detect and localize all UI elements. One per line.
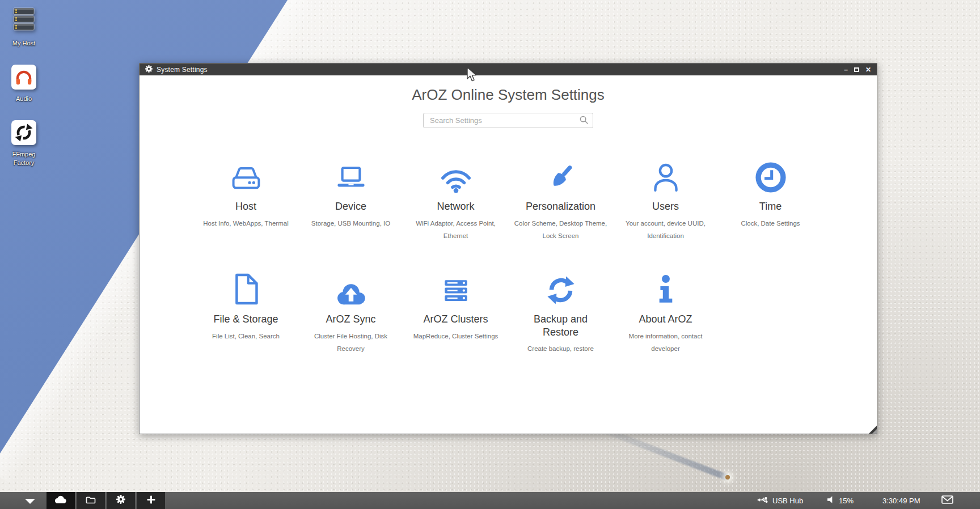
server-stack-icon xyxy=(11,6,36,34)
speaker-icon xyxy=(827,496,835,505)
tile-title: ArOZ Sync xyxy=(298,313,403,326)
paint-brush-icon xyxy=(508,158,613,193)
tile-title: About ArOZ xyxy=(613,313,718,326)
usb-label: USB Hub xyxy=(772,497,803,505)
tile-users[interactable]: Users Your account, device UUID, Identif… xyxy=(613,158,718,242)
tile-title: Time xyxy=(718,200,823,213)
window-title: System Settings xyxy=(157,66,208,74)
taskbar-button-settings[interactable] xyxy=(107,492,135,509)
maximize-button[interactable] xyxy=(854,67,859,72)
gear-icon xyxy=(145,65,153,75)
tile-subtitle: More information, contact developer xyxy=(613,330,718,355)
taskbar-button-desktop[interactable] xyxy=(47,492,75,509)
laptop-icon xyxy=(298,158,403,193)
tile-subtitle: Host Info, WebApps, Thermal xyxy=(193,217,298,230)
tile-title: Users xyxy=(613,200,718,213)
headphones-icon xyxy=(11,65,36,90)
tile-host[interactable]: Host Host Info, WebApps, Thermal xyxy=(193,158,298,242)
tile-title: Personalization xyxy=(508,200,613,213)
tile-subtitle: MapReduce, Cluster Settings xyxy=(403,330,508,342)
tray-volume[interactable]: 15% xyxy=(827,492,854,509)
settings-grid: Host Host Info, WebApps, Thermal Device … xyxy=(193,158,877,355)
wifi-icon xyxy=(403,158,508,193)
hdd-icon xyxy=(193,158,298,193)
folder-icon xyxy=(86,495,96,506)
search-container xyxy=(423,113,593,128)
nail-on-wall xyxy=(725,475,730,480)
desktop-icon-ffmpeg-factory[interactable]: FFmpeg Factory xyxy=(1,120,47,167)
clock-icon xyxy=(718,158,823,193)
tile-aroz-sync[interactable]: ArOZ Sync Cluster File Hosting, Disk Rec… xyxy=(298,270,403,355)
tile-subtitle: Create backup, restore xyxy=(508,342,613,355)
taskbar: USB Hub 15% 3:30:49 PM xyxy=(0,492,980,509)
tile-subtitle: Clock, Date Settings xyxy=(718,217,823,230)
tile-subtitle: File List, Clean, Search xyxy=(193,330,298,342)
system-settings-window: System Settings – ✕ ArOZ Online System S… xyxy=(139,63,877,434)
tile-title: Device xyxy=(298,200,403,213)
page-title: ArOZ Online System Settings xyxy=(140,86,877,104)
tile-title: Network xyxy=(403,200,508,213)
tile-subtitle: Your account, device UUID, Identificatio… xyxy=(613,217,718,243)
info-icon xyxy=(613,270,718,306)
desktop-icon-label: Audio xyxy=(1,95,47,103)
tile-subtitle: WiFi Adaptor, Access Point, Ethernet xyxy=(403,217,508,243)
tile-subtitle: Storage, USB Mounting, IO xyxy=(298,217,403,230)
close-button[interactable]: ✕ xyxy=(865,66,871,73)
envelope-icon xyxy=(941,495,953,506)
window-titlebar[interactable]: System Settings – ✕ xyxy=(140,63,877,75)
tile-time[interactable]: Time Clock, Date Settings xyxy=(718,158,823,242)
circular-arrows-icon xyxy=(11,120,36,145)
tile-about-aroz[interactable]: About ArOZ More information, contact dev… xyxy=(613,270,718,355)
desktop-icon-audio[interactable]: Audio xyxy=(1,65,47,103)
tile-subtitle: Cluster File Hosting, Disk Recovery xyxy=(298,330,403,355)
tile-file-storage[interactable]: File & Storage File List, Clean, Search xyxy=(193,270,298,355)
minimize-button[interactable]: – xyxy=(844,66,848,73)
desktop-background: My Host Audio FFmpeg Factory xyxy=(0,0,980,509)
gear-icon xyxy=(116,495,125,506)
tray-mail[interactable] xyxy=(941,492,953,509)
taskbar-apps xyxy=(47,492,167,509)
tile-title: File & Storage xyxy=(193,313,298,326)
cloud-icon xyxy=(54,495,67,507)
tile-backup-restore[interactable]: Backup and Restore Create backup, restor… xyxy=(508,270,613,355)
tile-title: ArOZ Clusters xyxy=(403,313,508,326)
clock-label: 3:30:49 PM xyxy=(882,497,920,505)
tile-network[interactable]: Network WiFi Adaptor, Access Point, Ethe… xyxy=(403,158,508,242)
tile-personalization[interactable]: Personalization Color Scheme, Desktop Th… xyxy=(508,158,613,242)
file-icon xyxy=(193,270,298,306)
search-input[interactable] xyxy=(423,113,593,128)
desktop-icon-label: My Host xyxy=(1,39,47,48)
usb-icon xyxy=(757,496,768,506)
refresh-icon xyxy=(508,270,613,306)
plus-icon xyxy=(147,495,155,506)
volume-label: 15% xyxy=(839,497,854,505)
tile-device[interactable]: Device Storage, USB Mounting, IO xyxy=(298,158,403,242)
cloud-upload-icon xyxy=(298,270,403,306)
desktop-icon-label: FFmpeg Factory xyxy=(1,150,47,167)
tile-subtitle: Color Scheme, Desktop Theme, Lock Screen xyxy=(508,217,613,243)
tray-clock[interactable]: 3:30:49 PM xyxy=(882,492,920,509)
window-content: ArOZ Online System Settings xyxy=(140,75,877,434)
search-icon xyxy=(580,116,588,126)
taskbar-button-add[interactable] xyxy=(137,492,165,509)
tile-aroz-clusters[interactable]: ArOZ Clusters MapReduce, Cluster Setting… xyxy=(403,270,508,355)
chevron-down-icon[interactable] xyxy=(25,499,35,504)
taskbar-button-files[interactable] xyxy=(77,492,105,509)
tray-usb[interactable]: USB Hub xyxy=(757,492,803,509)
server-icon xyxy=(403,270,508,306)
tile-title: Backup and Restore xyxy=(508,313,613,338)
tile-title: Host xyxy=(193,200,298,213)
window-resize-handle-inner xyxy=(872,429,877,434)
user-icon xyxy=(613,158,718,193)
desktop-icon-my-host[interactable]: My Host xyxy=(1,6,47,48)
